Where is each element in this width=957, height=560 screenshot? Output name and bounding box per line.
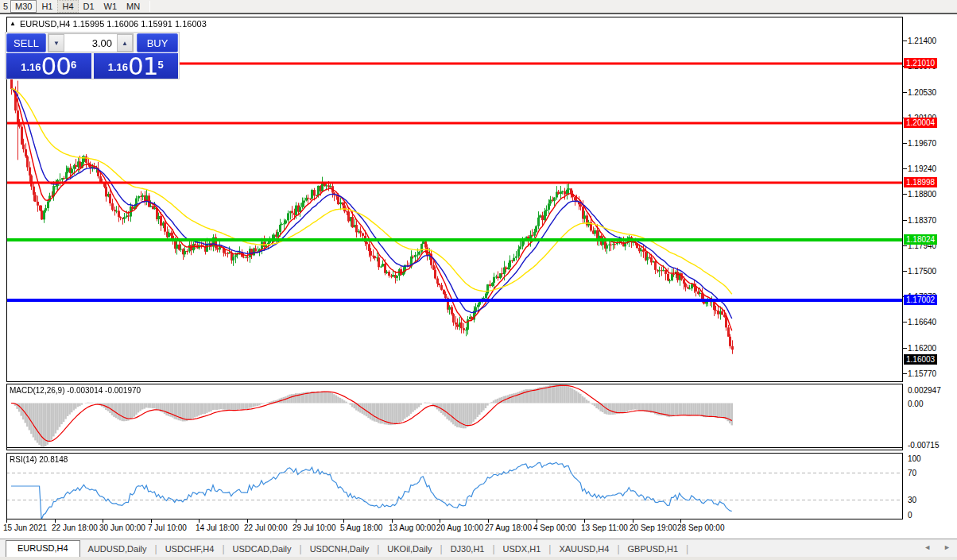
date-tick-mark bbox=[55, 519, 56, 523]
timeframe-button-m30[interactable]: M30 bbox=[10, 0, 37, 13]
timeframe-button-h1[interactable]: H1 bbox=[37, 0, 57, 13]
chart-tab-usdcnh[interactable]: USDCNH,Daily bbox=[302, 542, 378, 557]
sell-price-sup: 6 bbox=[71, 53, 76, 77]
chart-tab-bar: EURUSD,H4AUDUSD,Daily|USDCHF,H4|USDCAD,D… bbox=[0, 539, 957, 557]
volume-value[interactable]: 3.00 bbox=[64, 34, 117, 52]
date-tick-label: 13 Aug 00:00 bbox=[389, 523, 436, 532]
timeframe-button-mn[interactable]: MN bbox=[122, 0, 145, 13]
buy-button[interactable]: BUY bbox=[137, 33, 178, 52]
price-tick-mark bbox=[903, 322, 907, 322]
date-tick-label: 28 Sep 00:00 bbox=[677, 523, 725, 532]
date-tick-label: 4 Sep 00:00 bbox=[533, 523, 576, 532]
price-tick-mark bbox=[903, 168, 907, 169]
chart-tab-ukoil[interactable]: UKOil,Daily bbox=[379, 542, 440, 557]
sell-price-box[interactable]: 1.16006 bbox=[6, 53, 91, 79]
price-tick-label: 1.18800 bbox=[908, 190, 936, 199]
date-tick-label: 20 Sep 19:00 bbox=[630, 523, 677, 532]
price-tick-label: 1.16200 bbox=[908, 344, 936, 353]
chart-tab-usdchf[interactable]: USDCHF,H4 bbox=[157, 542, 223, 557]
price-tick-mark bbox=[903, 348, 907, 349]
date-tick-label: 14 Jul 18:00 bbox=[196, 523, 239, 532]
date-tick-mark bbox=[537, 519, 537, 523]
date-tick-mark bbox=[633, 519, 633, 523]
volume-decrease-icon[interactable]: ▼ bbox=[48, 34, 64, 52]
sell-price-prefix: 1.16 bbox=[21, 57, 41, 78]
macd-scale-label: 0.002947 bbox=[908, 386, 941, 395]
price-tick-label: 1.19670 bbox=[908, 139, 936, 148]
date-tick-mark bbox=[440, 519, 440, 523]
level-price-label: 1.21010 bbox=[904, 58, 937, 68]
buy-price-big: 01 bbox=[128, 54, 157, 78]
date-tick-mark bbox=[488, 519, 489, 523]
chart-tab-gbpusd[interactable]: GBPUSD,H1 bbox=[620, 542, 687, 557]
level-price-label: 1.18024 bbox=[904, 234, 937, 245]
chart-tab-usdx[interactable]: USDX,H1 bbox=[495, 542, 549, 557]
chart-tab-usdcad[interactable]: USDCAD,Daily bbox=[225, 542, 300, 557]
tab-separator: | bbox=[686, 543, 688, 557]
rsi-scale-label: 30 bbox=[908, 496, 916, 504]
date-tick-label: 30 Jun 00:00 bbox=[99, 523, 145, 532]
one-click-trading-panel: SELL ▼ 3.00 ▲ BUY 1.16006 1.16015 bbox=[5, 32, 180, 79]
price-tick-label: 1.18370 bbox=[908, 216, 936, 225]
buy-price-sup: 5 bbox=[158, 53, 164, 77]
chart-tab-xauusd[interactable]: XAUUSD,H4 bbox=[551, 542, 617, 557]
timeframe-button-w1[interactable]: W1 bbox=[99, 0, 122, 13]
tab-scroll-right-icon[interactable]: ► bbox=[943, 543, 951, 551]
sell-button[interactable]: SELL bbox=[6, 33, 46, 52]
price-tick-mark bbox=[903, 245, 907, 246]
price-tick-label: 1.20530 bbox=[908, 88, 936, 97]
date-tick-mark bbox=[296, 519, 296, 523]
date-tick-label: 15 Jun 2021 bbox=[3, 523, 47, 532]
date-tick-label: 5 Aug 18:00 bbox=[340, 523, 382, 532]
date-tick-mark bbox=[199, 519, 200, 523]
date-tick-label: 29 Jul 10:00 bbox=[293, 523, 336, 532]
sell-price-big: 00 bbox=[41, 54, 71, 78]
collapse-triangle-icon[interactable]: ▲ bbox=[10, 21, 16, 27]
level-price-label: 1.17002 bbox=[904, 295, 937, 305]
level-price-label: 1.18998 bbox=[904, 177, 937, 187]
chart-tab-dj30[interactable]: DJ30,H1 bbox=[443, 542, 493, 557]
toolbar-separator bbox=[149, 1, 150, 12]
date-tick-mark bbox=[103, 519, 103, 523]
price-tick-mark bbox=[903, 194, 907, 195]
price-tick-label: 1.17500 bbox=[908, 267, 936, 276]
date-tick-mark bbox=[392, 519, 393, 523]
current-price-label: 1.16003 bbox=[904, 354, 937, 365]
date-tick-label: 27 Aug 18:00 bbox=[485, 523, 532, 532]
rsi-scale-label: 0 bbox=[908, 511, 912, 519]
volume-increase-icon[interactable]: ▲ bbox=[117, 34, 133, 52]
macd-scale-label: 0.00 bbox=[908, 400, 923, 408]
date-tick-mark bbox=[584, 519, 585, 523]
price-tick-mark bbox=[903, 220, 907, 221]
price-tick-mark bbox=[903, 271, 907, 272]
chart-tab-audusd[interactable]: AUDUSD,Daily bbox=[80, 542, 155, 557]
rsi-indicator-plot[interactable] bbox=[6, 453, 903, 519]
date-tick-label: 7 Jul 10:00 bbox=[148, 523, 187, 532]
tab-scroll-left-icon[interactable]: ◄ bbox=[924, 543, 931, 551]
price-tick-mark bbox=[903, 41, 907, 41]
date-tick-mark bbox=[247, 519, 248, 523]
timeframe-button-5[interactable]: 5 bbox=[0, 0, 10, 13]
buy-price-prefix: 1.16 bbox=[108, 57, 128, 78]
date-tick-mark bbox=[343, 519, 344, 523]
buy-price-box[interactable]: 1.16015 bbox=[94, 53, 179, 79]
date-tick-label: 22 Jul 00:00 bbox=[244, 523, 288, 532]
macd-indicator-plot[interactable] bbox=[6, 384, 903, 450]
price-tick-label: 1.21400 bbox=[908, 37, 936, 45]
date-tick-mark bbox=[6, 519, 7, 523]
timeframe-button-d1[interactable]: D1 bbox=[79, 0, 99, 13]
date-tick-label: 13 Sep 11:00 bbox=[581, 523, 628, 532]
symbol-ohlc-title: EURUSD,H4 1.15995 1.16006 1.15991 1.1600… bbox=[20, 19, 207, 29]
timeframe-button-h4[interactable]: H4 bbox=[57, 0, 78, 13]
macd-scale-label: -0.00715 bbox=[908, 441, 939, 450]
timeframe-toolbar: 5M30H1H4D1W1MN bbox=[0, 0, 957, 14]
tab-scroll-buttons: ◄ ► bbox=[924, 543, 951, 551]
rsi-scale-label: 70 bbox=[908, 469, 916, 477]
date-tick-label: 22 Jun 18:00 bbox=[52, 523, 98, 532]
chart-tab-eurusd[interactable]: EURUSD,H4 bbox=[6, 540, 80, 557]
macd-label: MACD(12,26,9) -0.003014 -0.001970 bbox=[10, 386, 141, 395]
price-tick-label: 1.19240 bbox=[908, 164, 936, 173]
price-tick-mark bbox=[903, 92, 907, 93]
date-tick-label: 20 Aug 10:00 bbox=[436, 523, 483, 532]
price-tick-mark bbox=[903, 143, 907, 144]
